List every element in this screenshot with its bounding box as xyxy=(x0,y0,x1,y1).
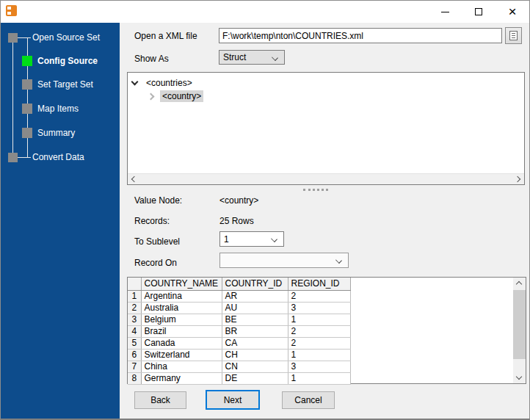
scroll-left-icon[interactable] xyxy=(131,176,137,182)
table-cell[interactable]: AU xyxy=(222,302,288,314)
to-sublevel-label: To Sublevel xyxy=(134,236,180,247)
preview-table: COUNTRY_NAME COUNTRY_ID REGION_ID 1 Arge… xyxy=(128,278,351,385)
row-number-cell[interactable]: 2 xyxy=(128,302,141,314)
row-number-cell[interactable]: 5 xyxy=(128,337,141,349)
minimize-button[interactable] xyxy=(428,1,462,23)
table-cell[interactable]: 1 xyxy=(288,372,350,384)
splitter-grip[interactable] xyxy=(303,189,328,191)
table-cell[interactable]: 2 xyxy=(288,290,350,302)
step-label: Open Source Set xyxy=(32,32,100,43)
cancel-button[interactable]: Cancel xyxy=(282,391,335,409)
step-label: Summary xyxy=(37,128,75,138)
table-cell[interactable]: BR xyxy=(222,325,288,337)
collapsed-arrow-icon[interactable] xyxy=(148,93,155,100)
table-cell[interactable]: BE xyxy=(222,314,288,325)
browse-file-button[interactable] xyxy=(505,27,522,44)
step-label: Map Items xyxy=(37,104,79,114)
app-window: × Open Source Set Config Source Set Targ… xyxy=(0,0,530,420)
step-connector-line xyxy=(12,42,13,153)
expanded-arrow-icon[interactable] xyxy=(131,79,139,86)
records-label: Records: xyxy=(134,216,170,226)
row-number-cell[interactable]: 4 xyxy=(128,325,141,337)
row-number-cell[interactable]: 7 xyxy=(128,361,141,372)
table-row[interactable]: 1 Argentina AR 2 xyxy=(128,290,350,302)
table-cell[interactable]: CA xyxy=(222,337,288,349)
table-cell[interactable]: CN xyxy=(222,361,288,372)
tree-node-label[interactable]: <country> xyxy=(160,90,203,102)
step-label: Convert Data xyxy=(32,152,84,162)
tree-node-countries[interactable]: <countries> xyxy=(132,77,195,89)
table-cell[interactable]: Brazil xyxy=(141,325,222,337)
column-header[interactable]: COUNTRY_ID xyxy=(222,278,288,290)
step-marker-icon xyxy=(8,153,18,162)
tree-node-label[interactable]: <countries> xyxy=(144,77,195,89)
scroll-right-icon[interactable] xyxy=(515,176,520,182)
back-button[interactable]: Back xyxy=(134,391,186,409)
table-cell[interactable]: 2 xyxy=(288,325,350,337)
minimize-icon xyxy=(441,12,449,12)
row-number-cell[interactable]: 1 xyxy=(128,290,141,302)
xml-file-path-input[interactable] xyxy=(219,28,502,43)
table-row[interactable]: 6 Switzerland CH 1 xyxy=(128,349,350,361)
table-row[interactable]: 4 Brazil BR 2 xyxy=(128,325,350,337)
wizard-step-config-source: Config Source xyxy=(22,55,98,67)
wizard-sidebar: Open Source Set Config Source Set Target… xyxy=(1,23,120,419)
document-icon xyxy=(509,31,518,40)
wizard-step-summary: Summary xyxy=(22,127,75,139)
maximize-button[interactable] xyxy=(462,1,495,23)
scrollbar-thumb[interactable] xyxy=(513,290,526,359)
table-cell[interactable]: Canada xyxy=(141,337,222,349)
table-cell[interactable]: China xyxy=(141,361,222,372)
table-cell[interactable]: Germany xyxy=(141,372,222,384)
row-number-header[interactable] xyxy=(128,278,141,290)
tree-horizontal-scrollbar[interactable] xyxy=(128,173,524,184)
tree-node-country[interactable]: <country> xyxy=(148,90,203,102)
table-cell[interactable]: 3 xyxy=(288,302,350,314)
table-row[interactable]: 3 Belgium BE 1 xyxy=(128,314,350,325)
show-as-label: Show As xyxy=(134,54,169,64)
chevron-down-icon xyxy=(335,257,342,264)
column-header[interactable]: COUNTRY_NAME xyxy=(141,278,222,290)
table-cell[interactable]: 1 xyxy=(288,349,350,361)
xml-tree-view[interactable]: <countries> <country> xyxy=(127,72,525,185)
app-icon xyxy=(6,5,17,16)
scroll-down-icon[interactable] xyxy=(516,374,522,380)
step-marker-active-icon xyxy=(22,56,32,66)
table-header-row: COUNTRY_NAME COUNTRY_ID REGION_ID xyxy=(128,278,350,290)
to-sublevel-dropdown[interactable]: 1 xyxy=(219,231,284,247)
step-marker-icon xyxy=(22,128,32,138)
table-cell[interactable]: 2 xyxy=(288,337,350,349)
table-cell[interactable]: Switzerland xyxy=(141,349,222,361)
table-cell[interactable]: Argentina xyxy=(141,290,222,302)
title-bar: × xyxy=(1,1,529,23)
table-cell[interactable]: 3 xyxy=(288,361,350,372)
table-row[interactable]: 5 Canada CA 2 xyxy=(128,337,350,349)
step-label: Config Source xyxy=(37,56,98,66)
record-on-dropdown[interactable] xyxy=(219,253,349,268)
row-number-cell[interactable]: 6 xyxy=(128,349,141,361)
to-sublevel-value: 1 xyxy=(224,234,229,245)
table-row[interactable]: 7 China CN 3 xyxy=(128,361,350,372)
table-row[interactable]: 2 Australia AU 3 xyxy=(128,302,350,314)
row-number-cell[interactable]: 3 xyxy=(128,314,141,325)
scroll-up-icon[interactable] xyxy=(516,281,522,287)
table-cell[interactable]: CH xyxy=(222,349,288,361)
table-cell[interactable]: Australia xyxy=(141,302,222,314)
table-cell[interactable]: Belgium xyxy=(141,314,222,325)
table-row[interactable]: 8 Germany DE 1 xyxy=(128,372,350,384)
table-cell[interactable]: DE xyxy=(222,372,288,384)
close-button[interactable]: × xyxy=(495,1,529,23)
wizard-step-set-target-set: Set Target Set xyxy=(22,79,93,90)
show-as-dropdown[interactable]: Struct xyxy=(219,50,285,65)
window-controls: × xyxy=(428,1,529,23)
step-marker-icon xyxy=(22,104,32,114)
column-header[interactable]: REGION_ID xyxy=(288,278,350,290)
grid-vertical-scrollbar[interactable] xyxy=(513,278,526,383)
record-on-label: Record On xyxy=(134,258,177,268)
table-cell[interactable]: 1 xyxy=(288,314,350,325)
row-number-cell[interactable]: 8 xyxy=(128,372,141,384)
table-cell[interactable]: AR xyxy=(222,290,288,302)
step-marker-icon xyxy=(8,33,18,43)
wizard-step-map-items: Map Items xyxy=(22,103,79,115)
next-button[interactable]: Next xyxy=(206,390,260,410)
